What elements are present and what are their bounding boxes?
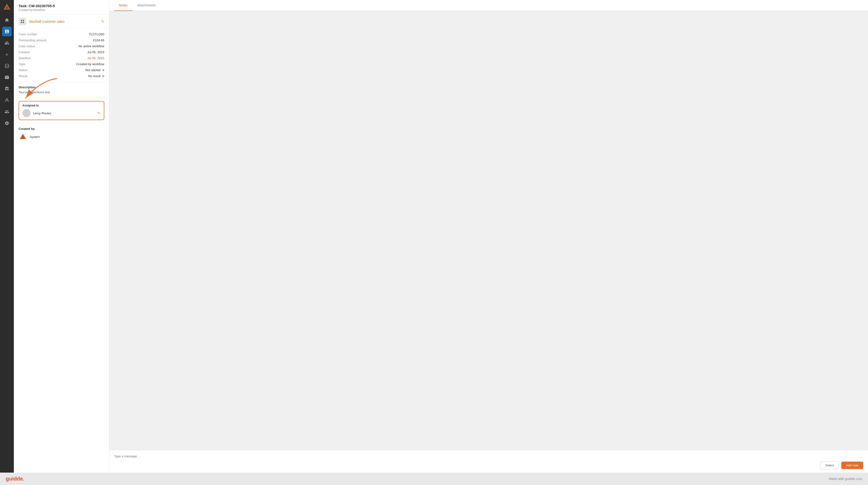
value-result: No result	[88, 74, 104, 78]
assigned-card: Assigned to Leroy Routes ✎	[19, 101, 104, 120]
left-panel: Task: CW-20230705-5 Created by Workflow …	[14, 0, 109, 473]
sidebar-item-settings[interactable]	[2, 118, 12, 128]
label-type: Type	[19, 62, 52, 66]
guidde-logo: guidde.	[6, 476, 24, 482]
value-case-status: No active workflow	[79, 44, 104, 48]
status-dot-no-result	[102, 75, 104, 77]
right-panel: Notes Attachments Select Add note	[109, 0, 868, 473]
assigned-to-title: Assigned to	[23, 104, 100, 107]
sidebar-item-mail[interactable]	[2, 72, 12, 82]
company-icon	[19, 18, 26, 25]
label-case-number: Case number	[19, 32, 52, 36]
value-type: Created by workflow	[76, 62, 104, 66]
app-logo[interactable]	[3, 3, 11, 11]
company-row[interactable]: Vauxhall customer sales ✎	[14, 15, 109, 28]
value-created: Jul 05, 2023	[87, 50, 104, 54]
sidebar-item-database[interactable]	[2, 61, 12, 71]
detail-row-created: Created Jul 05, 2023	[19, 49, 104, 55]
task-subtitle: Created by Workflow	[19, 8, 104, 12]
created-section: Created by System	[14, 124, 109, 144]
sidebar-item-contacts[interactable]	[2, 38, 12, 48]
label-task-status: Status	[19, 68, 52, 72]
detail-row-type: Type Created by workflow	[19, 61, 104, 67]
detail-row-status: Case status No active workflow	[19, 43, 104, 49]
tab-notes[interactable]: Notes	[114, 0, 132, 11]
message-input-area: Select Add note	[109, 450, 868, 473]
description-title: Description	[19, 86, 104, 89]
description-text: Taurus Collections test	[19, 90, 104, 94]
detail-row-deadline: Deadline Jul 05, 2023	[19, 55, 104, 61]
description-section: Description Taurus Collections test	[14, 82, 109, 98]
creator-row: System	[19, 132, 104, 141]
label-result: Result	[19, 74, 52, 78]
value-deadline: Jul 05, 2023	[87, 56, 104, 60]
add-note-button[interactable]: Add note	[841, 462, 863, 469]
value-case-number: TLGTLG50	[89, 32, 104, 36]
detail-row-result: Result No result	[19, 73, 104, 79]
task-header: Task: CW-20230705-5 Created by Workflow	[14, 0, 109, 15]
notes-content-area	[109, 11, 868, 450]
status-dot-not-started	[102, 69, 104, 71]
label-deadline: Deadline	[19, 56, 52, 60]
assignee-row: Leroy Routes ✎	[23, 109, 100, 117]
sidebar	[0, 0, 14, 473]
created-by-title: Created by	[19, 127, 104, 130]
sidebar-item-reports[interactable]	[2, 50, 12, 59]
footer-tagline: Made with guidde.com	[829, 477, 862, 481]
assignee-avatar	[23, 109, 31, 117]
label-created: Created	[19, 50, 52, 54]
select-button[interactable]: Select	[820, 461, 839, 469]
value-task-status: Not started	[85, 68, 104, 72]
task-details: Case number TLGTLG50 Outstanding amount …	[14, 28, 109, 82]
task-title: Task: CW-20230705-5	[19, 4, 104, 8]
tabs-bar: Notes Attachments	[109, 0, 868, 11]
creator-logo-icon	[19, 132, 27, 141]
company-edit-icon[interactable]: ✎	[101, 20, 104, 23]
value-outstanding: £104.66	[93, 38, 104, 42]
assignee-edit-icon[interactable]: ✎	[98, 111, 100, 115]
detail-row-task-status: Status Not started	[19, 67, 104, 73]
footer: guidde. Made with guidde.com	[0, 473, 868, 485]
sidebar-item-home[interactable]	[2, 15, 12, 25]
tab-attachments[interactable]: Attachments	[132, 0, 161, 11]
sidebar-item-bank[interactable]	[2, 84, 12, 94]
message-actions: Select Add note	[114, 461, 863, 469]
detail-row-outstanding: Outstanding amount £104.66	[19, 37, 104, 43]
label-case-status: Case status	[19, 44, 52, 48]
creator-name: System	[30, 135, 40, 139]
label-outstanding: Outstanding amount	[19, 38, 52, 42]
assignee-name: Leroy Routes	[33, 112, 95, 115]
company-name: Vauxhall customer sales	[29, 20, 99, 23]
assigned-section: Assigned to Leroy Routes ✎	[14, 98, 109, 124]
sidebar-item-integrations[interactable]	[2, 95, 12, 105]
detail-row-case-number: Case number TLGTLG50	[19, 31, 104, 37]
sidebar-item-team[interactable]	[2, 107, 12, 117]
message-input[interactable]	[114, 454, 863, 459]
sidebar-item-tasks[interactable]	[2, 27, 12, 36]
